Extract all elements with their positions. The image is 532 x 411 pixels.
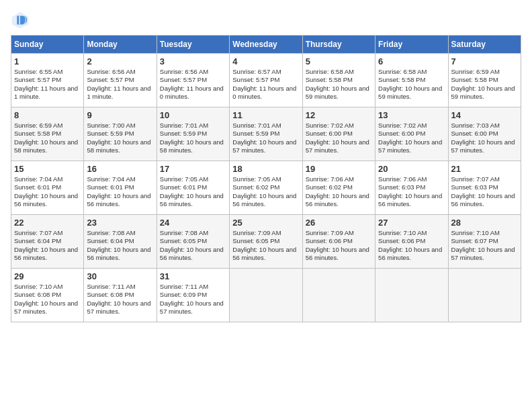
day-number: 19 <box>306 164 372 174</box>
day-number: 11 <box>232 110 299 120</box>
calendar-cell: 20Sunrise: 7:06 AMSunset: 6:03 PMDayligh… <box>375 161 448 215</box>
col-header-tuesday: Tuesday <box>157 36 229 54</box>
day-info: Sunset: 5:59 PM <box>87 130 153 138</box>
day-info: Sunrise: 6:56 AM <box>87 68 153 76</box>
day-number: 20 <box>378 164 445 174</box>
day-info: Daylight: 10 hours and 56 minutes. <box>87 192 153 209</box>
day-info: Sunrise: 7:07 AM <box>451 175 518 183</box>
calendar-cell: 16Sunrise: 7:04 AMSunset: 6:01 PMDayligh… <box>84 161 157 215</box>
day-info: Sunset: 6:07 PM <box>451 237 518 245</box>
calendar-cell: 4Sunrise: 6:57 AMSunset: 5:57 PMDaylight… <box>230 54 302 107</box>
day-info: Daylight: 10 hours and 56 minutes. <box>451 192 518 209</box>
day-number: 21 <box>451 164 518 174</box>
calendar-cell: 13Sunrise: 7:02 AMSunset: 6:00 PMDayligh… <box>375 107 448 161</box>
calendar-cell: 12Sunrise: 7:02 AMSunset: 6:00 PMDayligh… <box>302 107 375 161</box>
day-info: Sunrise: 6:57 AM <box>232 68 299 76</box>
day-info: Sunrise: 7:01 AM <box>160 122 226 130</box>
day-info: Sunset: 6:03 PM <box>451 183 518 191</box>
day-number: 5 <box>306 56 372 66</box>
day-number: 24 <box>160 218 226 228</box>
day-info: Sunset: 5:58 PM <box>378 76 445 84</box>
day-info: Sunrise: 6:55 AM <box>14 68 81 76</box>
day-info: Daylight: 10 hours and 56 minutes. <box>232 246 299 263</box>
day-info: Sunset: 6:08 PM <box>14 291 81 299</box>
day-number: 25 <box>232 218 299 228</box>
calendar-cell: 29Sunrise: 7:10 AMSunset: 6:08 PMDayligh… <box>11 269 84 322</box>
day-number: 1 <box>14 56 81 66</box>
day-info: Sunrise: 7:10 AM <box>451 229 518 237</box>
day-info: Daylight: 10 hours and 56 minutes. <box>14 192 81 209</box>
day-info: Sunset: 6:06 PM <box>306 237 372 245</box>
day-number: 9 <box>87 110 153 120</box>
day-info: Sunset: 6:03 PM <box>378 183 445 191</box>
day-info: Sunrise: 7:09 AM <box>232 229 299 237</box>
day-number: 26 <box>306 218 372 228</box>
calendar-cell: 1Sunrise: 6:55 AMSunset: 5:57 PMDaylight… <box>11 54 84 107</box>
day-number: 6 <box>378 56 445 66</box>
logo-icon <box>11 11 30 30</box>
day-info: Daylight: 10 hours and 56 minutes. <box>87 246 153 263</box>
day-info: Sunrise: 7:07 AM <box>14 229 81 237</box>
day-number: 2 <box>87 56 153 66</box>
day-info: Sunrise: 7:02 AM <box>378 122 445 130</box>
day-info: Sunrise: 7:06 AM <box>306 175 372 183</box>
day-info: Sunset: 6:00 PM <box>306 130 372 138</box>
calendar-week-row: 8Sunrise: 6:59 AMSunset: 5:58 PMDaylight… <box>11 107 521 161</box>
day-number: 13 <box>378 110 445 120</box>
calendar-week-row: 22Sunrise: 7:07 AMSunset: 6:04 PMDayligh… <box>11 215 521 269</box>
day-number: 30 <box>87 271 153 281</box>
day-info: Sunrise: 6:58 AM <box>306 68 372 76</box>
calendar-table: SundayMondayTuesdayWednesdayThursdayFrid… <box>11 35 521 322</box>
day-info: Daylight: 10 hours and 59 minutes. <box>378 85 445 101</box>
day-info: Daylight: 10 hours and 59 minutes. <box>451 85 518 101</box>
calendar-cell: 14Sunrise: 7:03 AMSunset: 6:00 PMDayligh… <box>448 107 521 161</box>
day-info: Daylight: 10 hours and 57 minutes. <box>232 138 299 155</box>
day-info: Daylight: 10 hours and 58 minutes. <box>14 138 81 155</box>
calendar-week-row: 15Sunrise: 7:04 AMSunset: 6:01 PMDayligh… <box>11 161 521 215</box>
calendar-cell <box>375 269 448 322</box>
col-header-sunday: Sunday <box>11 36 84 54</box>
day-info: Sunset: 6:02 PM <box>232 183 299 191</box>
day-info: Sunset: 5:58 PM <box>14 130 81 138</box>
day-info: Sunrise: 7:03 AM <box>451 122 518 130</box>
col-header-wednesday: Wednesday <box>230 36 302 54</box>
day-info: Daylight: 10 hours and 56 minutes. <box>14 246 81 263</box>
day-info: Sunset: 6:09 PM <box>160 291 226 299</box>
calendar-cell: 28Sunrise: 7:10 AMSunset: 6:07 PMDayligh… <box>448 215 521 269</box>
col-header-thursday: Thursday <box>302 36 375 54</box>
col-header-friday: Friday <box>375 36 448 54</box>
day-number: 7 <box>451 56 518 66</box>
day-number: 14 <box>451 110 518 120</box>
day-info: Daylight: 10 hours and 56 minutes. <box>232 192 299 209</box>
day-info: Sunrise: 7:08 AM <box>87 229 153 237</box>
calendar-cell: 8Sunrise: 6:59 AMSunset: 5:58 PMDaylight… <box>11 107 84 161</box>
calendar-cell: 7Sunrise: 6:59 AMSunset: 5:58 PMDaylight… <box>448 54 521 107</box>
calendar-cell: 15Sunrise: 7:04 AMSunset: 6:01 PMDayligh… <box>11 161 84 215</box>
col-header-saturday: Saturday <box>448 36 521 54</box>
day-info: Daylight: 11 hours and 0 minutes. <box>232 85 299 101</box>
day-number: 31 <box>160 271 226 281</box>
calendar-cell <box>448 269 521 322</box>
day-number: 23 <box>87 218 153 228</box>
calendar-cell <box>230 269 302 322</box>
day-info: Sunset: 6:00 PM <box>378 130 445 138</box>
page-header <box>11 11 521 30</box>
day-number: 17 <box>160 164 226 174</box>
calendar-cell: 11Sunrise: 7:01 AMSunset: 5:59 PMDayligh… <box>230 107 302 161</box>
day-info: Sunrise: 7:08 AM <box>160 229 226 237</box>
day-number: 10 <box>160 110 226 120</box>
day-info: Sunset: 6:01 PM <box>160 183 226 191</box>
day-info: Daylight: 10 hours and 56 minutes. <box>306 192 372 209</box>
calendar-cell: 19Sunrise: 7:06 AMSunset: 6:02 PMDayligh… <box>302 161 375 215</box>
day-info: Sunrise: 7:10 AM <box>14 283 81 291</box>
day-info: Sunrise: 7:04 AM <box>87 175 153 183</box>
day-info: Sunrise: 7:10 AM <box>378 229 445 237</box>
day-info: Sunrise: 6:58 AM <box>378 68 445 76</box>
day-info: Sunset: 5:57 PM <box>87 76 153 84</box>
day-info: Sunrise: 7:04 AM <box>14 175 81 183</box>
calendar-cell: 25Sunrise: 7:09 AMSunset: 6:05 PMDayligh… <box>230 215 302 269</box>
day-number: 28 <box>451 218 518 228</box>
day-info: Daylight: 10 hours and 57 minutes. <box>160 300 226 316</box>
day-info: Daylight: 10 hours and 56 minutes. <box>160 192 226 209</box>
logo <box>11 11 32 30</box>
